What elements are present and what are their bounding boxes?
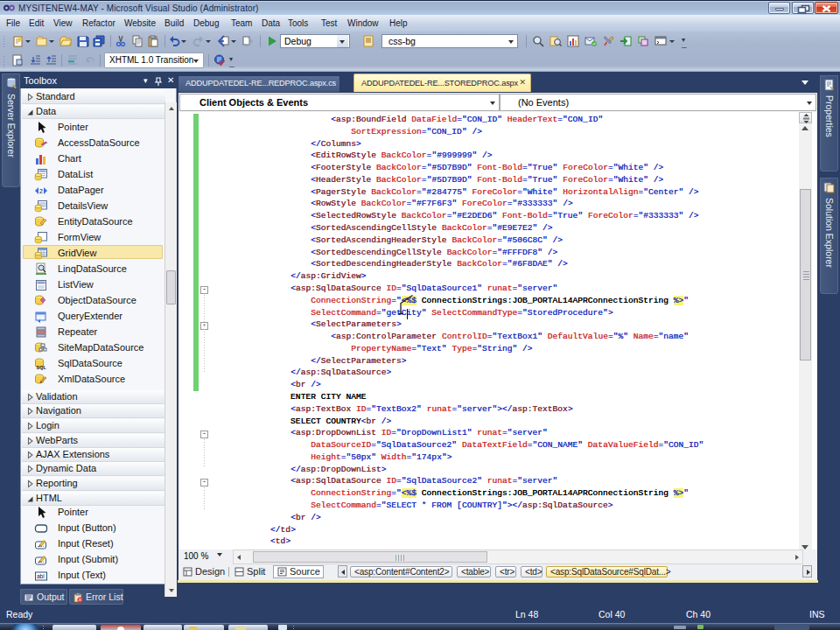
svg-text:2: 2 (39, 188, 43, 194)
svg-text:SQL: SQL (37, 365, 47, 370)
svg-text:abl: abl (37, 573, 45, 579)
